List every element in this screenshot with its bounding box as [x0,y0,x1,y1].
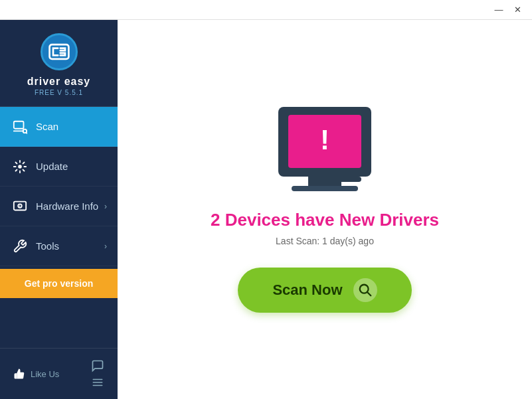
minimize-button[interactable]: — [489,3,508,17]
title-bar: — ✕ [0,0,532,20]
hardware-info-arrow: › [104,202,107,211]
app-version: FREE V 5.5.1 [35,89,83,96]
monitor-base [292,186,358,191]
sidebar-logo: driver easy FREE V 5.5.1 [0,20,118,107]
get-pro-button[interactable]: Get pro version [0,269,118,298]
menu-icon[interactable] [91,376,104,388]
app-name: driver easy [27,76,91,88]
scan-icon [11,118,29,136]
tools-icon [11,237,29,256]
hardware-info-label: Hardware Info [36,200,104,212]
scan-label: Scan [36,121,107,132]
svg-point-5 [18,165,22,169]
sidebar-item-scan[interactable]: Scan [0,107,118,147]
svg-line-14 [367,292,371,295]
close-button[interactable]: ✕ [508,3,527,17]
thumbs-up-icon [13,368,25,380]
chat-icon[interactable] [91,359,104,372]
monitor-screen: ! [288,115,361,168]
sidebar: driver easy FREE V 5.5.1 Scan [0,20,118,399]
sidebar-item-hardware-info[interactable]: i Hardware Info › [0,187,118,226]
tools-arrow: › [104,242,107,251]
tools-label: Tools [36,240,104,252]
scan-now-label: Scan Now [272,281,342,299]
logo-svg [47,40,71,64]
main-layout: driver easy FREE V 5.5.1 Scan [0,20,532,399]
like-us-label: Like Us [31,369,59,379]
sidebar-spacer [0,298,118,348]
sidebar-item-update[interactable]: Update [0,147,118,187]
like-us-button[interactable]: Like Us [13,368,59,380]
monitor-body: ! [278,107,371,177]
sidebar-bottom: Like Us [0,348,118,399]
sub-text: Last Scan: 1 day(s) ago [276,236,374,246]
monitor-stand [308,177,341,186]
scan-now-button[interactable]: Scan Now [238,268,411,313]
svg-line-4 [27,132,27,133]
bottom-icons [91,359,104,388]
headline-text: 2 Devices have New Drivers [211,210,439,230]
sidebar-item-tools[interactable]: Tools › [0,226,118,266]
scan-now-icon [353,278,377,302]
update-icon [11,157,29,176]
svg-rect-1 [14,121,24,128]
hardware-info-icon: i [11,197,29,216]
monitor-illustration: ! [278,107,371,191]
app-logo-icon [41,33,78,70]
exclamation-mark: ! [320,126,329,154]
update-label: Update [36,161,107,172]
main-content: ! 2 Devices have New Drivers Last Scan: … [118,20,532,399]
